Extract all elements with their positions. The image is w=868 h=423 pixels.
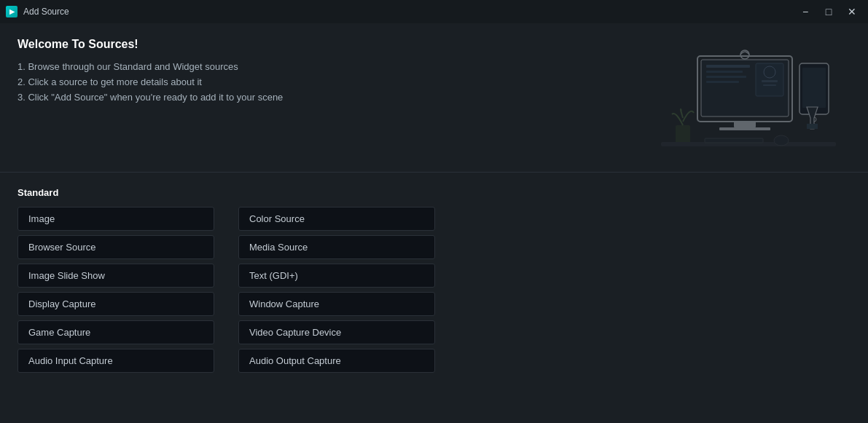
source-display[interactable]: Display Capture [17,292,214,316]
source-video-device[interactable]: Video Capture Device [238,320,435,344]
svg-rect-6 [706,71,743,73]
welcome-title: Welcome To Sources! [17,38,646,51]
maximize-button[interactable]: □ [818,4,839,19]
instruction-2: 2. Click a source to get more details ab… [17,76,646,87]
svg-rect-14 [802,68,826,108]
instruction-3: 3. Click "Add Source" when you're ready … [17,92,646,103]
source-audio-output[interactable]: Audio Output Capture [238,349,435,373]
source-image[interactable]: Image [17,207,214,231]
source-text-gdi[interactable]: Text (GDI+) [238,264,435,288]
source-slideshow[interactable]: Image Slide Show [17,264,214,288]
svg-rect-16 [676,125,690,143]
title-bar: ▶ Add Source − □ ✕ [0,0,868,23]
illustration [646,38,851,154]
svg-point-19 [774,135,789,146]
source-color[interactable]: Color Source [238,207,435,231]
svg-rect-2 [734,122,756,127]
main-content: Welcome To Sources! 1. Browse through ou… [0,23,868,423]
svg-rect-8 [706,81,739,83]
standard-label: Standard [17,187,851,198]
title-bar-left: ▶ Add Source [6,6,69,17]
instructions-list: 1. Browse through our Standard and Widge… [17,61,646,103]
minimize-button[interactable]: − [795,4,816,19]
sources-grid: Image Color Source Browser Source Media … [17,207,455,373]
header-text: Welcome To Sources! 1. Browse through ou… [17,38,646,103]
window-controls: − □ ✕ [795,4,862,19]
close-button[interactable]: ✕ [842,4,862,19]
window-title: Add Source [23,7,69,17]
source-media[interactable]: Media Source [238,235,435,259]
svg-rect-9 [756,63,783,96]
svg-rect-18 [705,138,763,143]
svg-rect-12 [763,84,776,86]
source-window[interactable]: Window Capture [238,292,435,316]
section-divider [0,172,868,173]
source-browser[interactable]: Browser Source [17,235,214,259]
svg-rect-3 [719,127,770,130]
source-game[interactable]: Game Capture [17,320,214,344]
header-section: Welcome To Sources! 1. Browse through ou… [17,38,851,154]
instruction-1: 1. Browse through our Standard and Widge… [17,61,646,72]
svg-rect-7 [706,76,746,78]
svg-rect-11 [762,80,778,82]
svg-rect-5 [706,65,750,68]
standard-section: Standard Image Color Source Browser Sour… [17,187,851,373]
app-icon: ▶ [6,6,17,17]
source-audio-input[interactable]: Audio Input Capture [17,349,214,373]
